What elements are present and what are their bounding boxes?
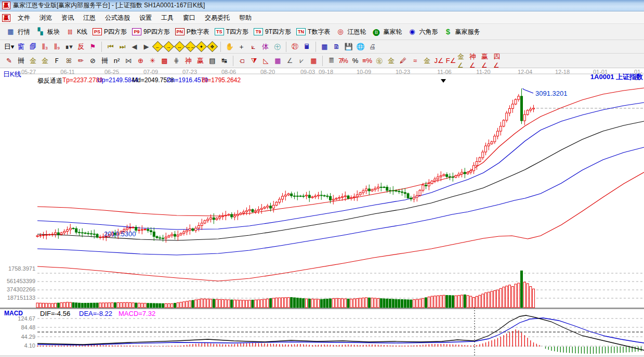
j-angle-icon[interactable]: J∠ (433, 56, 444, 66)
nav-first-button[interactable]: ⏮ (105, 42, 116, 52)
winner-service-button[interactable]: $赢家服务 (440, 26, 482, 37)
t-square-button[interactable]: TST四方形 (212, 27, 251, 37)
mirror-icon[interactable]: ⋈ (123, 56, 134, 66)
gold-circle-icon[interactable]: ㊎ (374, 56, 385, 66)
si-angle-icon[interactable]: 四∠ (493, 56, 504, 66)
draw-compass-icon[interactable]: ✏ (75, 56, 86, 66)
sector-button[interactable]: ▚板块 (33, 26, 62, 37)
percent-slash-icon[interactable]: 7̸% (338, 56, 349, 66)
menu-item-1[interactable]: 浏览 (35, 12, 57, 24)
ying-grid-icon[interactable]: 赢 (195, 56, 206, 66)
pattern-box-icon[interactable]: 反 (75, 42, 86, 52)
diamond-zoomin-icon[interactable]: ✥ (207, 41, 218, 52)
winner-wheel-button[interactable]: 🅑赢家轮 (369, 26, 404, 37)
fib-grid-icon[interactable]: Ｆ (51, 56, 62, 66)
percent-bars-icon[interactable]: ⋕ (171, 56, 182, 66)
kline-button[interactable]: ⫾⫾K线 (62, 26, 90, 37)
window-net-icon[interactable]: 窗 (16, 42, 27, 52)
span-arrows-icon[interactable]: ↹ (219, 56, 230, 66)
spiderweb-icon[interactable]: ✳ (147, 56, 158, 66)
t-digit-button[interactable]: TNT数字表 (294, 27, 333, 37)
gold-slash-icon[interactable]: 金 (422, 56, 432, 66)
dense-grid-icon[interactable]: ▦ (308, 56, 319, 66)
step-chart-icon[interactable]: 𝄜 (326, 56, 337, 66)
symbol-label[interactable]: 1A0001 上证指数 (590, 72, 643, 82)
nav-prev-button[interactable]: ◀ (129, 42, 140, 52)
data-table-icon[interactable]: ▦ (319, 42, 330, 52)
hexagon-button[interactable]: ◉六角形 (404, 26, 440, 37)
hand-tool-icon[interactable]: ✋ (224, 42, 235, 52)
menu-item-3[interactable]: 江恩 (78, 12, 100, 24)
red-crosshair-icon[interactable]: ⊕ (135, 56, 146, 66)
menu-item-9[interactable]: 帮助 (234, 12, 256, 24)
gold-square1-icon[interactable]: 金 (28, 56, 38, 66)
ai-brain-icon[interactable]: ㊉ (272, 42, 283, 52)
report-notes-icon[interactable]: 🗎 (331, 42, 342, 52)
trend-angle-icon[interactable]: ∠ (284, 56, 295, 66)
web-export-icon[interactable]: 🌐 (355, 42, 366, 52)
titlebar: 赢 赢家江恩专业版[赢家内部服务平台] - [上证指数 SH1A0001-167… (0, 0, 644, 11)
p-square-button[interactable]: PSP四方形 (90, 27, 129, 37)
annotate-pencil-icon[interactable]: 🖉 (398, 56, 409, 66)
wave-channel-icon[interactable]: ≈ (410, 56, 420, 66)
save-icon[interactable]: 💾 (343, 42, 354, 52)
menu-item-0[interactable]: 文件 (13, 12, 35, 24)
quote-button-icon: ▦ (6, 27, 16, 36)
ying-angle-icon[interactable]: 赢∠ (481, 56, 492, 66)
diamond-zoomout-icon[interactable]: ✦ (196, 41, 207, 52)
chart-area[interactable]: 日K线 05-2706-1106-2507-0907-2308-0608-200… (0, 68, 644, 357)
compass-pencil-icon[interactable]: ✎ (4, 56, 15, 66)
diamond-right-icon[interactable]: → (163, 41, 174, 52)
gold-square2-icon[interactable]: 金 (40, 56, 50, 66)
p9-square-button[interactable]: P99P四方形 (129, 27, 173, 37)
calculator-icon[interactable]: 🖩 (301, 42, 312, 52)
candle-style-dropdown[interactable]: ∎▾ (63, 42, 74, 52)
diamond-expand-icon[interactable]: ↔ (174, 41, 185, 52)
nav-last-button[interactable]: ⏭ (117, 42, 128, 52)
number-ruler-icon[interactable]: ▤ (207, 56, 218, 66)
t9-square-button[interactable]: T99T四方形 (251, 27, 294, 37)
percent-icon[interactable]: % (350, 56, 361, 66)
shen-grid-icon[interactable]: 神 (183, 56, 194, 66)
n2-square-icon[interactable]: n² (111, 56, 122, 66)
menu-item-2[interactable]: 资讯 (57, 12, 78, 24)
calendar-icon[interactable]: ㉑ (290, 42, 300, 52)
f-angle-icon[interactable]: F∠ (445, 56, 456, 66)
diamond-left-icon[interactable]: ← (152, 41, 163, 52)
p-digit-button[interactable]: PNP数字表 (173, 27, 212, 37)
menu-item-6[interactable]: 工具 (156, 12, 178, 24)
menu-item-7[interactable]: 窗口 (178, 12, 200, 24)
gann-ruler-icon[interactable]: 卌 (16, 56, 27, 66)
angle-measure-icon[interactable]: ⟀ (248, 42, 259, 52)
nav-next-button[interactable]: ▶ (141, 42, 152, 52)
diamond-compress-icon[interactable]: →← (185, 41, 196, 52)
fan-lines-icon[interactable]: ⧩ (248, 56, 259, 66)
circle-ruler-icon[interactable]: ⊘ (87, 56, 98, 66)
spiral-icon[interactable]: ꕤ (63, 56, 74, 66)
info-clipboard-icon[interactable]: 🗐 (28, 42, 38, 52)
gold-bars-icon[interactable]: 金 (386, 56, 397, 66)
web-square-icon[interactable]: ▩ (159, 56, 170, 66)
gann-wheel-button[interactable]: ◎江恩轮 (333, 26, 369, 37)
grid-box-icon[interactable]: ▦ (272, 56, 283, 66)
menu-item-5[interactable]: 设置 (135, 12, 156, 24)
gann-tool-icon[interactable]: 体 (260, 42, 271, 52)
bars-ruler-icon[interactable]: 卌 (99, 56, 110, 66)
color-flag-icon[interactable]: ⚑ (87, 42, 98, 52)
period-day-dropdown[interactable]: 日▾ (4, 42, 15, 52)
shen-angle-icon[interactable]: 神∠ (469, 56, 480, 66)
quote-button[interactable]: ▦行情 (3, 26, 33, 37)
percent-lines-icon[interactable]: ≡% (362, 56, 373, 66)
indicator-name[interactable]: 极反通道 (37, 76, 62, 85)
menu-item-4[interactable]: 公式选股 (100, 12, 135, 24)
kline3-icon[interactable]: ⫼₃ (40, 42, 50, 52)
box-select-icon[interactable]: ⟤ (236, 56, 247, 66)
volume-axis-label-2: 374302266 (4, 286, 35, 292)
gold-angle-icon[interactable]: 金∠ (457, 56, 468, 66)
polyline-icon[interactable]: ⩗ (296, 56, 307, 66)
crosshair-tool-icon[interactable]: ＋ (236, 42, 247, 52)
fan-box-icon[interactable]: ◺ (260, 56, 271, 66)
menu-item-8[interactable]: 交易委托 (200, 12, 234, 24)
kline9-icon[interactable]: ⫼₉ (51, 42, 62, 52)
print-icon[interactable]: 🖨 (367, 42, 378, 52)
